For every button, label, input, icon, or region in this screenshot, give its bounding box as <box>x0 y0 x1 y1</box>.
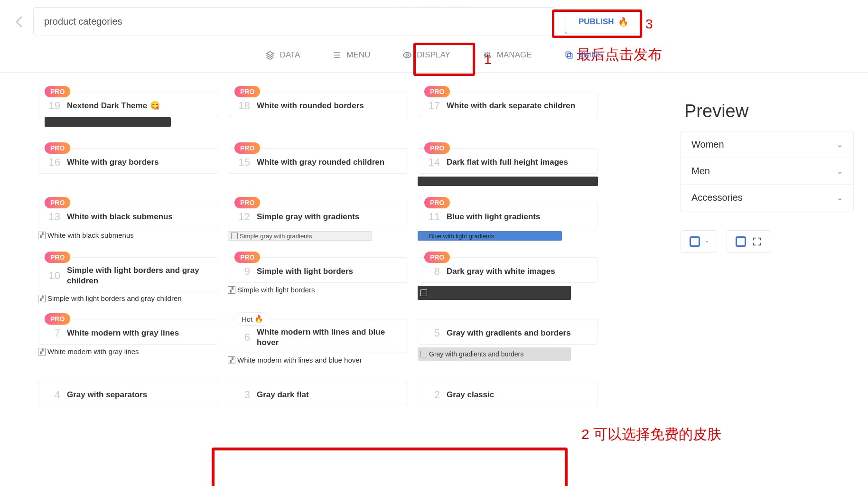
accordion-item[interactable]: Accessories⌄ <box>681 185 853 211</box>
broken-image-icon <box>38 232 46 239</box>
skin-card[interactable]: 2Gray classic <box>418 381 598 406</box>
skin-preview-bar <box>418 177 598 186</box>
svg-rect-5 <box>566 52 570 56</box>
skin-name: White with black submenus <box>67 212 173 222</box>
pro-badge: PRO <box>45 86 70 97</box>
chevron-left-icon <box>15 15 23 28</box>
skin-number: 17 <box>427 100 440 112</box>
accordion-item[interactable]: Women⌄ <box>681 131 853 158</box>
skin-name: Dark flat with full height images <box>447 157 568 168</box>
skin-card[interactable]: PRO9Simple with light bordersSimple with… <box>228 257 408 302</box>
accordion-item-label: Accessories <box>691 192 743 203</box>
skin-name: White modern with lines and blue hover <box>257 327 399 348</box>
top-bar: PUBLISH 🔥 <box>0 0 868 41</box>
skin-name: White with gray borders <box>67 157 159 168</box>
skin-preview-bar <box>418 286 571 300</box>
skin-card[interactable]: PRO12Simple gray with gradientsSimple gr… <box>228 203 408 241</box>
preview-title: Preview <box>684 101 854 122</box>
skin-number: 9 <box>237 265 250 278</box>
pro-badge: PRO <box>234 142 260 154</box>
skin-card[interactable]: 3Gray dark flat <box>228 381 408 406</box>
pro-badge: PRO <box>45 197 70 208</box>
skin-card[interactable]: PRO19Nextend Dark Theme😋 <box>38 92 218 131</box>
fire-icon: 🔥 <box>618 17 628 27</box>
pro-badge: PRO <box>424 197 450 208</box>
accordion-item-label: Women <box>691 139 724 150</box>
skin-number: 11 <box>427 211 440 223</box>
hot-badge: Hot 🔥 <box>234 312 271 326</box>
accordion-item[interactable]: Men⌄ <box>681 158 853 185</box>
skin-card[interactable]: PRO16White with gray borders <box>38 148 218 186</box>
title-input[interactable] <box>33 7 555 36</box>
skin-preview-broken-image: Simple with light borders <box>228 286 408 294</box>
publish-label: PUBLISH <box>579 17 614 27</box>
square-icon <box>690 236 700 247</box>
skin-card[interactable]: PRO18White with rounded borders <box>228 92 408 131</box>
broken-image-icon <box>420 290 427 296</box>
skin-card[interactable]: PRO13White with black submenusWhite with… <box>38 203 218 241</box>
skin-preview-bar <box>45 117 171 127</box>
tab-menu[interactable]: MENU <box>326 47 377 64</box>
skin-number: 18 <box>237 100 250 112</box>
skin-number: 10 <box>47 270 60 282</box>
preview-size-controls[interactable] <box>727 230 771 253</box>
preview-accordion: Women⌄Men⌄Accessories⌄ <box>681 131 854 211</box>
skin-number: 13 <box>47 211 60 223</box>
skin-preview-broken-image: White modern with lines and blue hover <box>228 356 408 364</box>
skin-card[interactable]: 5Gray with gradients and bordersGray wit… <box>418 319 598 364</box>
skin-number: 15 <box>237 156 250 168</box>
tab-display[interactable]: DISPLAY <box>396 47 457 64</box>
pro-badge: PRO <box>424 252 450 263</box>
pro-badge: PRO <box>234 252 260 263</box>
tab-skins[interactable]: SKINS <box>558 47 609 64</box>
skin-number: 6 <box>237 331 250 344</box>
pro-badge: PRO <box>45 252 70 263</box>
skin-number: 12 <box>237 211 250 223</box>
copy-icon <box>564 50 574 60</box>
skin-card[interactable]: PRO10Simple with light borders and gray … <box>38 257 218 302</box>
tab-menu-label: MENU <box>346 50 370 60</box>
broken-image-icon <box>420 233 427 239</box>
skin-preview-broken-image: White modern with gray lines <box>38 347 218 355</box>
annotation-box-free-skins <box>212 448 568 486</box>
back-button[interactable] <box>9 12 28 31</box>
tab-skins-label: SKINS <box>579 50 603 60</box>
tab-data[interactable]: DATA <box>259 47 307 64</box>
skin-card[interactable]: 4Gray with separators <box>38 381 218 406</box>
broken-image-icon <box>38 348 46 355</box>
pro-badge: PRO <box>424 142 450 154</box>
skin-preview-broken-image: White with black submenus <box>38 231 218 239</box>
view-mode-label: - <box>706 237 708 246</box>
skin-name: Gray with gradients and borders <box>447 328 571 338</box>
skin-card[interactable]: PRO17White with dark separate children <box>418 92 598 131</box>
skin-card-inner: 5Gray with gradients and borders <box>418 319 598 345</box>
skin-name: White with rounded borders <box>257 101 364 111</box>
skin-card[interactable]: Hot 🔥6White modern with lines and blue h… <box>228 319 408 364</box>
annotation-number-2: 2 可以选择免费的皮肤 <box>581 425 721 444</box>
skin-name: Gray classic <box>447 390 494 400</box>
skin-card-inner: 3Gray dark flat <box>228 381 408 406</box>
svg-point-0 <box>406 54 409 56</box>
tab-data-label: DATA <box>280 50 300 60</box>
chevron-down-icon: ⌄ <box>837 140 843 149</box>
fire-icon: 🔥 <box>254 315 263 323</box>
pro-badge: PRO <box>424 86 450 97</box>
skin-name: Blue with light gradients <box>447 212 540 222</box>
tabs-bar: DATA MENU DISPLAY MANAGE SKINS <box>0 41 868 73</box>
skin-name: Simple with light borders and gray child… <box>67 265 209 286</box>
tab-display-label: DISPLAY <box>417 50 450 60</box>
skin-card[interactable]: PRO8Dark gray with white images <box>418 257 598 302</box>
skin-card[interactable]: PRO7White modern with gray linesWhite mo… <box>38 319 218 364</box>
skin-name: Simple with light borders <box>257 266 353 277</box>
preview-view-mode[interactable]: - <box>681 230 717 253</box>
pro-badge: PRO <box>234 197 260 208</box>
skin-number: 16 <box>47 156 60 168</box>
skin-number: 5 <box>427 327 440 339</box>
skin-number: 19 <box>47 100 60 112</box>
publish-button[interactable]: PUBLISH 🔥 <box>565 9 642 34</box>
skin-card[interactable]: PRO11Blue with light gradientsBlue with … <box>418 203 598 241</box>
skin-card[interactable]: PRO14Dark flat with full height images <box>418 148 598 186</box>
skin-card[interactable]: PRO15White with gray rounded children <box>228 148 408 186</box>
skin-preview-bar: Blue with light gradients <box>418 231 562 241</box>
broken-image-icon <box>38 295 46 302</box>
